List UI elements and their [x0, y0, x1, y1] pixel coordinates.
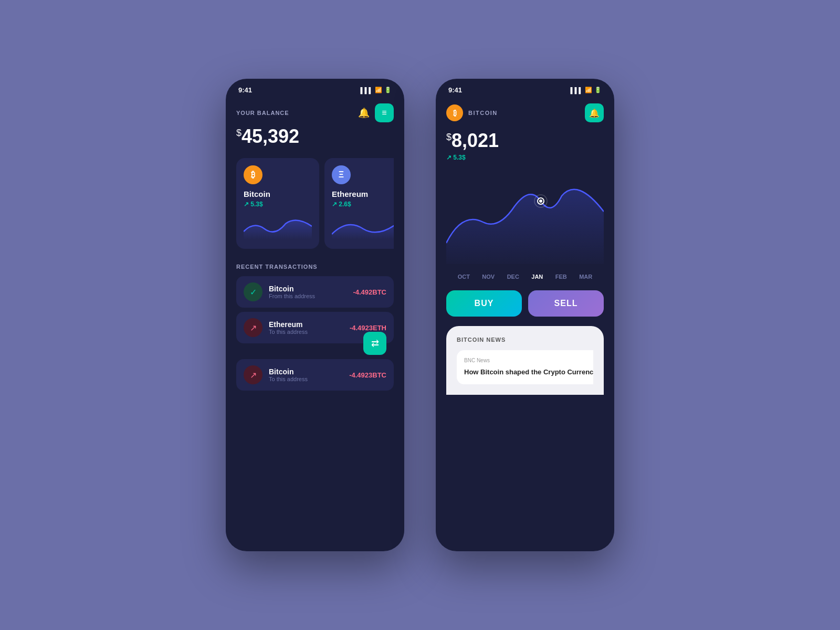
ethereum-card[interactable]: Ξ Ethereum ↗ 2.6$	[324, 158, 394, 249]
crypto-cards: ₿ Bitcoin ↗ 5.3$ Ξ Ethereum	[236, 158, 394, 249]
ethereum-card-change: ↗ 2.6$	[332, 201, 394, 208]
btc-header-name: BITCOIN	[468, 110, 580, 116]
month-labels: OCT NOV DEC JAN FEB MAR	[446, 274, 604, 280]
btc-main-chart	[446, 170, 604, 264]
phone-1: 9:41 ▌▌▌ 📶 🔋 YOUR BALANCE 🔔 ≡ $45,392	[226, 79, 404, 551]
signal-icon-2: ▌▌▌	[571, 87, 583, 93]
tx-name-1: Bitcoin	[269, 285, 346, 293]
news-cards: BNC News How Bitcoin shaped the Crypto C…	[457, 350, 593, 384]
tx-amount-3: -4.4923BTC	[349, 371, 386, 379]
swap-fab-button[interactable]: ⇄	[363, 332, 386, 355]
sell-button[interactable]: SELL	[528, 290, 604, 317]
tx-amount-1: -4.492BTC	[353, 288, 386, 296]
ethereum-mini-chart	[332, 213, 394, 239]
phone2-content: ₿ BITCOIN 🔔 $8,021 ↗ 5.3$	[436, 98, 614, 400]
balance-value: 45,392	[242, 125, 299, 147]
tx-icon-3: ↗	[244, 365, 262, 384]
transaction-item-3: ↗ Bitcoin To this address -4.4923BTC	[236, 359, 394, 391]
status-bar-1: 9:41 ▌▌▌ 📶 🔋	[226, 79, 404, 98]
phone-2: 9:41 ▌▌▌ 📶 🔋 ₿ BITCOIN 🔔 $8,021 ↗ 5.3$	[436, 79, 614, 551]
btc-change: ↗ 5.3$	[446, 154, 604, 161]
tx-info-1: Bitcoin From this address	[269, 285, 346, 299]
wifi-icon-2: 📶	[585, 87, 592, 93]
balance-actions: 🔔 ≡	[358, 103, 394, 122]
month-oct[interactable]: OCT	[458, 274, 470, 280]
ethereum-card-name: Ethereum	[332, 190, 394, 198]
status-icons-2: ▌▌▌ 📶 🔋	[571, 87, 602, 93]
status-bar-2: 9:41 ▌▌▌ 📶 🔋	[436, 79, 614, 98]
status-icons-1: ▌▌▌ 📶 🔋	[361, 87, 392, 93]
battery-icon: 🔋	[384, 87, 392, 93]
tx-addr-1: From this address	[269, 293, 346, 299]
svg-point-1	[539, 200, 542, 203]
balance-label: YOUR BALANCE	[236, 110, 289, 116]
bitcoin-card-name: Bitcoin	[244, 190, 312, 198]
tx-icon-2: ↗	[244, 318, 262, 337]
tx-info-2: Ethereum To this address	[269, 320, 343, 335]
wifi-icon: 📶	[375, 87, 382, 93]
battery-icon-2: 🔋	[594, 87, 602, 93]
tx-amount-2: -4.4923ETH	[350, 324, 386, 332]
bitcoin-card-icon: ₿	[244, 165, 262, 184]
tx-icon-1: ✓	[244, 282, 262, 301]
trade-buttons: BUY SELL	[446, 290, 604, 317]
hamburger-icon: ≡	[382, 108, 386, 118]
menu-button[interactable]: ≡	[375, 103, 394, 122]
transaction-item-2: ↗ Ethereum To this address -4.4923ETH ⇄	[236, 312, 394, 343]
transactions-section-title: RECENT TRANSACTIONS	[236, 264, 394, 270]
buy-button[interactable]: BUY	[446, 290, 522, 317]
btc-price-value: 8,021	[452, 130, 499, 151]
tx-name-3: Bitcoin	[269, 368, 343, 376]
month-dec[interactable]: DEC	[507, 274, 519, 280]
news-card-1[interactable]: BNC News How Bitcoin shaped the Crypto C…	[457, 350, 593, 384]
news-source-1: BNC News	[464, 358, 593, 363]
time-1: 9:41	[238, 86, 252, 94]
bitcoin-card-change: ↗ 5.3$	[244, 201, 312, 208]
tx-addr-2: To this address	[269, 329, 343, 335]
ethereum-card-icon: Ξ	[332, 165, 351, 184]
bitcoin-card[interactable]: ₿ Bitcoin ↗ 5.3$	[236, 158, 319, 249]
transaction-item-1: ✓ Bitcoin From this address -4.492BTC	[236, 276, 394, 308]
month-nov[interactable]: NOV	[482, 274, 495, 280]
tx-name-2: Ethereum	[269, 320, 343, 329]
news-section-title: BITCOIN NEWS	[457, 337, 593, 343]
signal-icon: ▌▌▌	[361, 87, 373, 93]
tx-addr-3: To this address	[269, 376, 343, 382]
notification-bell-button-2[interactable]: 🔔	[585, 103, 604, 122]
phone1-content: YOUR BALANCE 🔔 ≡ $45,392 ₿ Bitcoin ↗ 5.3…	[226, 98, 404, 400]
news-headline-1: How Bitcoin shaped the Crypto Currency f…	[464, 368, 593, 377]
news-section: BITCOIN NEWS BNC News How Bitcoin shaped…	[446, 326, 604, 395]
balance-header: YOUR BALANCE 🔔 ≡	[236, 103, 394, 122]
bitcoin-mini-chart	[244, 213, 312, 239]
month-feb[interactable]: FEB	[555, 274, 567, 280]
time-2: 9:41	[448, 86, 462, 94]
notification-bell-icon[interactable]: 🔔	[358, 107, 370, 119]
month-jan[interactable]: JAN	[531, 274, 543, 280]
btc-price: $8,021	[446, 130, 604, 152]
tx-info-3: Bitcoin To this address	[269, 368, 343, 382]
balance-amount: $45,392	[236, 125, 394, 148]
btc-header-coin-icon: ₿	[446, 104, 463, 121]
btc-header: ₿ BITCOIN 🔔	[446, 103, 604, 122]
month-mar[interactable]: MAR	[579, 274, 592, 280]
